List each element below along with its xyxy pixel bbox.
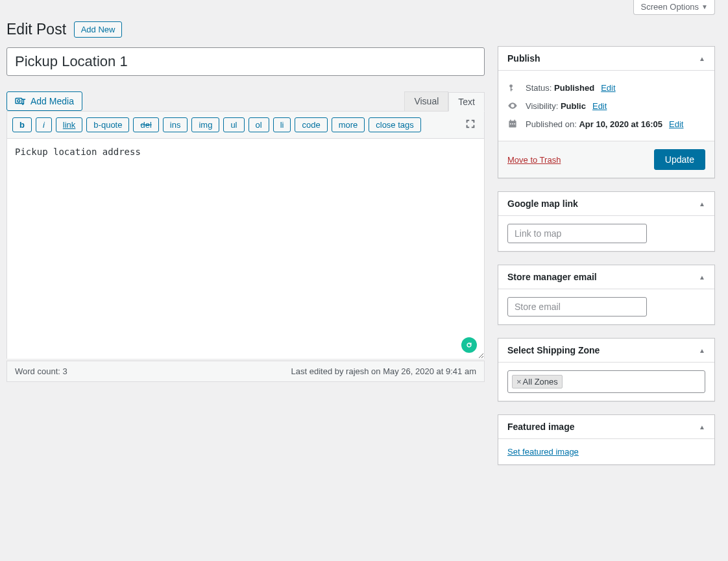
shipping-zone-tag-label: All Zones — [523, 377, 558, 387]
qt-more[interactable]: more — [332, 117, 365, 132]
qt-italic[interactable]: i — [36, 117, 52, 132]
svg-rect-12 — [514, 123, 515, 125]
post-content-textarea[interactable] — [6, 138, 485, 359]
set-featured-image-link[interactable]: Set featured image — [507, 447, 579, 457]
svg-rect-5 — [511, 89, 513, 90]
chevron-down-icon: ▼ — [701, 3, 708, 10]
qt-img[interactable]: img — [191, 117, 219, 132]
svg-rect-9 — [514, 120, 515, 122]
featured-image-title: Featured image — [507, 422, 574, 432]
add-media-label: Add Media — [30, 96, 74, 106]
word-count: Word count: 3 — [15, 366, 67, 376]
edit-visibility-link[interactable]: Edit — [592, 101, 607, 111]
screen-options-label: Screen Options — [640, 2, 699, 12]
eye-icon — [507, 101, 519, 111]
last-edit: Last edited by rajesh on May 26, 2020 at… — [291, 366, 476, 376]
qt-ul[interactable]: ul — [223, 117, 244, 132]
collapse-icon: ▲ — [699, 55, 705, 62]
qt-ol[interactable]: ol — [249, 117, 269, 132]
qt-ins[interactable]: ins — [163, 117, 188, 132]
shipping-zone-select[interactable]: × All Zones — [507, 370, 705, 393]
svg-rect-10 — [510, 123, 511, 125]
qt-del[interactable]: del — [133, 117, 158, 132]
screen-options-button[interactable]: Screen Options ▼ — [633, 0, 715, 15]
gmap-metabox: Google map link ▲ — [498, 191, 715, 252]
shipping-zone-metabox: Select Shipping Zone ▲ × All Zones — [498, 338, 715, 401]
grammarly-icon[interactable] — [461, 337, 477, 353]
tab-visual[interactable]: Visual — [404, 91, 448, 111]
fullscreen-icon[interactable] — [462, 115, 479, 134]
page-title: Edit Post — [6, 15, 66, 41]
tab-text[interactable]: Text — [448, 92, 485, 112]
gmap-header[interactable]: Google map link ▲ — [498, 192, 714, 216]
svg-rect-11 — [512, 123, 513, 125]
collapse-icon: ▲ — [699, 200, 705, 208]
qt-li[interactable]: li — [273, 117, 291, 132]
svg-point-1 — [18, 100, 20, 102]
featured-image-metabox: Featured image ▲ Set featured image — [498, 414, 715, 465]
editor-statusbar: Word count: 3 Last edited by rajesh on M… — [6, 361, 485, 382]
status-text: Status: Published — [526, 83, 594, 93]
visibility-text: Visibility: Public — [526, 101, 586, 111]
camera-music-icon — [15, 96, 27, 106]
shipping-zone-header[interactable]: Select Shipping Zone ▲ — [498, 339, 714, 363]
post-title-input[interactable] — [6, 47, 485, 76]
qt-bold[interactable]: b — [12, 117, 32, 132]
svg-rect-8 — [510, 120, 511, 122]
move-to-trash-link[interactable]: Move to Trash — [507, 155, 561, 165]
svg-rect-0 — [16, 99, 22, 104]
publish-metabox: Publish ▲ Status: Published Edit — [498, 46, 715, 178]
qt-bquote[interactable]: b-quote — [86, 117, 129, 132]
edit-status-link[interactable]: Edit — [601, 83, 615, 93]
store-email-title: Store manager email — [507, 272, 597, 282]
gmap-title: Google map link — [507, 198, 578, 209]
store-email-header[interactable]: Store manager email ▲ — [498, 265, 714, 289]
calendar-icon — [507, 119, 519, 129]
collapse-icon: ▲ — [699, 424, 705, 431]
collapse-icon: ▲ — [699, 274, 705, 281]
qt-link[interactable]: link — [56, 117, 83, 132]
edit-date-link[interactable]: Edit — [669, 119, 683, 129]
published-on-text: Published on: Apr 10, 2020 at 16:05 — [526, 119, 662, 129]
shipping-zone-tag: × All Zones — [512, 375, 563, 388]
store-email-metabox: Store manager email ▲ — [498, 265, 715, 325]
shipping-zone-title: Select Shipping Zone — [507, 345, 600, 355]
svg-point-2 — [22, 103, 24, 105]
qt-code[interactable]: code — [295, 117, 327, 132]
quicktags-toolbar: b i link b-quote del ins img ul ol li co… — [6, 111, 485, 138]
add-media-button[interactable]: Add Media — [6, 91, 82, 111]
svg-rect-4 — [511, 87, 512, 91]
collapse-icon: ▲ — [699, 347, 705, 354]
publish-title: Publish — [507, 53, 540, 64]
publish-header[interactable]: Publish ▲ — [498, 47, 714, 71]
store-email-input[interactable] — [507, 297, 647, 316]
update-button[interactable]: Update — [654, 149, 705, 170]
remove-tag-icon[interactable]: × — [516, 377, 522, 387]
featured-image-header[interactable]: Featured image ▲ — [498, 415, 714, 439]
gmap-link-input[interactable] — [507, 224, 647, 243]
key-icon — [507, 82, 519, 93]
add-new-button[interactable]: Add New — [74, 21, 123, 38]
qt-close-tags[interactable]: close tags — [369, 117, 421, 132]
